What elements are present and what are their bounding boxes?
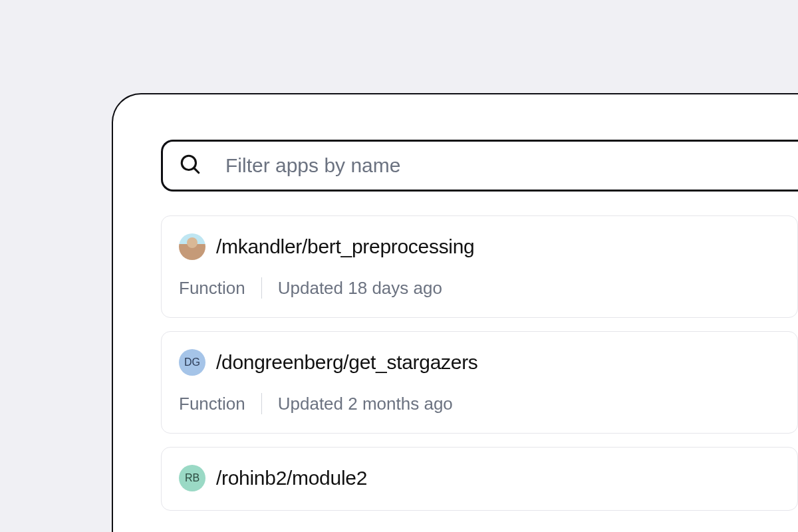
app-card[interactable]: /mkandler/bert_preprocessing Function Up… bbox=[161, 215, 798, 318]
app-card[interactable]: DG /dongreenberg/get_stargazers Function… bbox=[161, 331, 798, 434]
avatar: RB bbox=[179, 465, 205, 491]
avatar bbox=[179, 233, 205, 260]
app-path: /rohinb2/module2 bbox=[216, 467, 367, 489]
app-updated: Updated 18 days ago bbox=[278, 278, 442, 299]
meta-divider bbox=[261, 393, 262, 414]
app-path: /dongreenberg/get_stargazers bbox=[216, 351, 478, 374]
app-updated: Updated 2 months ago bbox=[278, 394, 453, 414]
meta-divider bbox=[261, 277, 262, 299]
search-input[interactable] bbox=[225, 154, 798, 177]
search-box[interactable] bbox=[161, 140, 798, 192]
search-icon bbox=[179, 153, 201, 178]
app-path: /mkandler/bert_preprocessing bbox=[216, 235, 474, 258]
app-card[interactable]: RB /rohinb2/module2 bbox=[161, 447, 798, 511]
apps-list: /mkandler/bert_preprocessing Function Up… bbox=[161, 215, 798, 511]
apps-panel: /mkandler/bert_preprocessing Function Up… bbox=[112, 93, 798, 532]
avatar: DG bbox=[179, 349, 205, 376]
svg-line-1 bbox=[194, 168, 199, 173]
app-type: Function bbox=[179, 394, 245, 414]
app-type: Function bbox=[179, 278, 245, 299]
